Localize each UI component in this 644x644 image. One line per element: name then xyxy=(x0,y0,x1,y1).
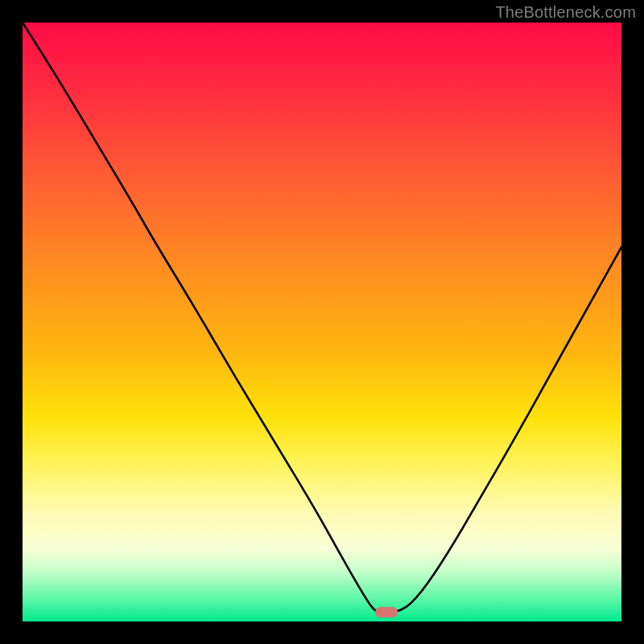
chart-frame: TheBottleneck.com xyxy=(0,0,644,644)
optimal-marker xyxy=(375,607,398,617)
plot-area xyxy=(23,23,621,621)
watermark-text: TheBottleneck.com xyxy=(495,3,636,22)
bottleneck-curve xyxy=(23,23,621,621)
